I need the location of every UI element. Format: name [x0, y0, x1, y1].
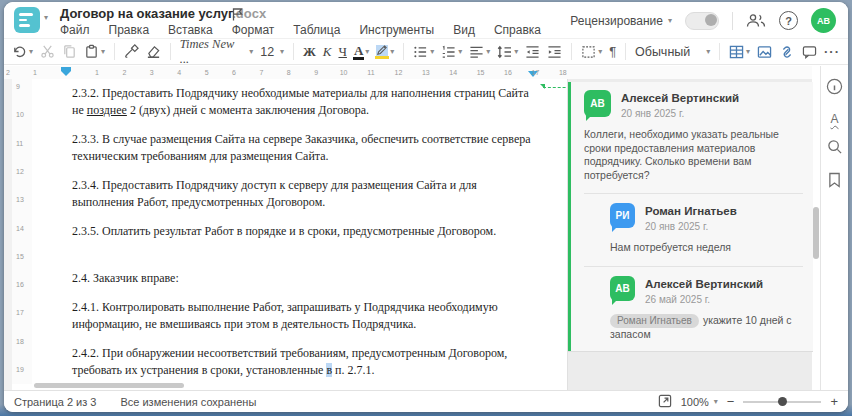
underline-button[interactable]: Ч [338, 44, 346, 60]
menu-tools[interactable]: Инструменты [359, 23, 434, 37]
comment-thread[interactable]: АВ Алексей Вертинский 20 янв 2025 г. Кол… [568, 82, 813, 352]
increase-indent-button[interactable] [547, 45, 562, 59]
document-gutter [4, 79, 12, 390]
zoom-out-button[interactable]: − [727, 395, 735, 408]
line-spacing-button[interactable]: ▾ [497, 45, 518, 59]
paragraph-style-select[interactable]: Обычный ▾ [635, 45, 710, 59]
comments-scrollbar[interactable] [813, 207, 819, 259]
insert-image-button[interactable] [757, 45, 772, 59]
menu-view[interactable]: Вид [453, 23, 475, 37]
toolbar: ▾ ▾ Times New ... ▾ 12 ▾ Ж К Ч [4, 38, 848, 65]
document-text[interactable]: 2.3.2. Предоставить Подрядчику необходим… [72, 85, 539, 390]
menu-table[interactable]: Таблица [293, 23, 340, 37]
about-info-icon[interactable] [826, 78, 843, 99]
chevron-down-icon[interactable]: ▾ [430, 48, 434, 56]
highlight-color-button[interactable]: ▾ [376, 45, 394, 59]
bold-button[interactable]: Ж [303, 44, 316, 60]
comment-reply[interactable]: РИ Роман Игнатьев 20 янв 2025 г. Нам пот… [584, 193, 803, 255]
insert-comment-button[interactable] [802, 45, 817, 59]
undo-button[interactable]: ▾ [12, 44, 33, 59]
review-toggle[interactable] [685, 12, 719, 30]
font-name-select[interactable]: Times New ... ▾ [180, 37, 253, 67]
paragraph[interactable]: 2.4. Заказчик вправе: [72, 270, 539, 287]
toolbar-more-button[interactable]: ··· [824, 44, 840, 59]
fit-page-icon[interactable] [658, 394, 672, 410]
chevron-down-icon[interactable]: ▾ [390, 48, 394, 56]
ruler-number: 8 [287, 69, 291, 76]
copy-button[interactable] [62, 44, 77, 59]
insert-table-button[interactable]: ▾ [729, 45, 750, 59]
comment-reply[interactable]: АВ Алексей Вертинский 26 май 2025 г. Ром… [584, 266, 803, 342]
zoom-slider-knob[interactable] [778, 397, 787, 406]
italic-button[interactable]: К [323, 44, 332, 60]
vertical-ruler[interactable]: 91011121314151617181920 [12, 79, 32, 384]
app-logo-icon[interactable] [14, 7, 40, 33]
text-run: 2.4.2. При обнаружении несоответствий тр… [72, 346, 507, 377]
font-size-value: 12 [260, 45, 274, 59]
menu-help[interactable]: Справка [494, 23, 541, 37]
toggle-knob [705, 14, 717, 26]
menu-edit[interactable]: Правка [109, 23, 150, 37]
chevron-down-icon[interactable]: ▾ [598, 48, 602, 56]
text-run: 2.3.5. Оплатить результат Работ в порядк… [72, 224, 496, 238]
zoom-in-button[interactable]: + [830, 395, 838, 408]
comments-panel: АВ Алексей Вертинский 20 янв 2025 г. Кол… [567, 79, 812, 390]
chevron-down-icon[interactable]: ▾ [486, 48, 490, 56]
ruler-number: 3 [150, 69, 154, 76]
collaboration-users-icon[interactable] [746, 13, 766, 28]
document-title-text: Договор на оказание услуг [60, 6, 232, 21]
nonprinting-chars-button[interactable]: ¶ [609, 44, 616, 59]
paragraph[interactable]: 2.3.2. Предоставить Подрядчику необходим… [72, 85, 539, 118]
page-indicator[interactable]: Страница 2 из 3 [14, 396, 96, 408]
ruler-number: 12 [16, 167, 24, 174]
chevron-down-icon[interactable]: ▾ [365, 48, 369, 56]
review-mode-label: Рецензирование [570, 14, 663, 28]
chevron-down-icon[interactable]: ▾ [44, 14, 48, 22]
paragraph[interactable]: 2.3.3. В случае размещения Сайта на серв… [72, 131, 539, 164]
decrease-indent-button[interactable] [525, 45, 540, 59]
user-avatar[interactable]: АВ [811, 8, 836, 33]
text-run: 2.3.3. В случае размещения Сайта на серв… [72, 132, 531, 163]
comment-author: Роман Игнатьев [645, 203, 737, 218]
cut-button[interactable] [40, 44, 55, 59]
paragraph[interactable]: 2.4.1. Контролировать выполнение Работ, … [72, 299, 539, 332]
right-sidebar: А [820, 66, 848, 390]
font-size-select[interactable]: 12 ▾ [260, 45, 284, 59]
bullet-list-button[interactable]: ▾ [413, 45, 434, 59]
chevron-down-icon[interactable]: ▾ [514, 48, 518, 56]
format-painter-button[interactable] [124, 44, 139, 59]
ruler-number: 2 [6, 69, 10, 76]
chevron-down-icon: ▾ [280, 48, 284, 56]
search-icon[interactable] [827, 139, 843, 159]
chevron-down-icon[interactable]: ▾ [29, 48, 33, 56]
review-mode-dropdown[interactable]: Рецензирование ▾ [570, 14, 672, 28]
comment-text: Нам потребуется неделя [610, 241, 803, 255]
indent-marker-left[interactable] [61, 67, 71, 76]
align-button[interactable]: ▾ [469, 45, 490, 59]
bookmark-icon[interactable] [828, 172, 841, 192]
menu-insert[interactable]: Вставка [168, 23, 213, 37]
numbered-list-button[interactable]: ▾ [441, 45, 462, 59]
paragraph[interactable]: 2.3.4. Предоставить Подрядчику доступ к … [72, 177, 539, 210]
paste-button[interactable]: ▾ [84, 44, 105, 59]
horizontal-ruler[interactable]: 21123456789101112131415161718 [4, 66, 812, 80]
help-icon[interactable]: ? [779, 11, 798, 30]
paragraph[interactable]: 2.3.5. Оплатить результат Работ в порядк… [72, 223, 539, 240]
horizontal-scrollbar[interactable] [34, 383, 184, 388]
paragraph-settings-button[interactable]: ▾ [581, 45, 602, 59]
comment-date: 20 янв 2025 г. [621, 108, 739, 119]
menu-format[interactable]: Формат [232, 23, 275, 37]
insert-link-button[interactable] [779, 45, 795, 59]
zoom-level-select[interactable]: 100% ▾ [681, 396, 718, 408]
mention-chip[interactable]: Роман Игнатьев [610, 314, 699, 328]
document-page[interactable]: 2.3.2. Предоставить Подрядчику необходим… [32, 79, 567, 390]
spellcheck-icon[interactable]: А [830, 112, 838, 126]
zoom-slider[interactable] [743, 401, 821, 403]
clear-style-button[interactable] [146, 44, 161, 59]
font-color-button[interactable]: А ▾ [354, 44, 369, 60]
menu-file[interactable]: Файл [60, 23, 90, 37]
chevron-down-icon[interactable]: ▾ [746, 48, 750, 56]
paragraph[interactable]: 2.4.2. При обнаружении несоответствий тр… [72, 345, 539, 378]
chevron-down-icon[interactable]: ▾ [458, 48, 462, 56]
chevron-down-icon[interactable]: ▾ [101, 48, 105, 56]
